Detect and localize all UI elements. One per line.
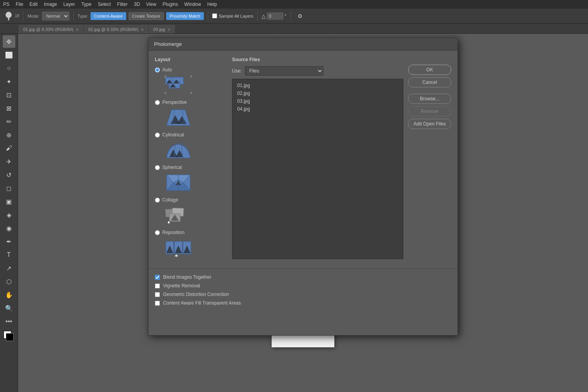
geometric-distortion-label[interactable]: Geometric Distortion Correction [163,292,229,297]
menu-plugins[interactable]: Plugins [163,2,178,7]
mode-select[interactable]: Normal [42,12,69,20]
remove-button[interactable]: Remove [408,106,451,116]
menu-edit[interactable]: Edit [29,2,38,7]
menu-select[interactable]: Select [98,2,111,7]
layout-cylindrical-item: Cylindrical [155,132,227,161]
extra-tools[interactable]: ••• [3,315,15,328]
crop-tool[interactable]: ⊡ [3,89,15,101]
file-item-01[interactable]: 01.jpg [235,82,401,89]
dialog-title: Photomerge [154,41,182,47]
layout-heading: Layout [155,57,227,62]
layout-reposition-label[interactable]: Reposition [162,230,185,235]
blend-images-checkbox[interactable] [155,275,160,280]
layout-collage-label[interactable]: Collage [162,197,178,203]
browse-button[interactable]: Browse... [408,94,451,104]
toolbar-divider-3 [208,11,208,21]
file-item-04[interactable]: 04.jpg [235,105,401,113]
layout-cylindrical-radio[interactable] [155,132,160,138]
history-brush-tool[interactable]: ↺ [3,169,15,181]
layout-spherical-icon [165,173,192,192]
files-list[interactable]: 01.jpg 02.jpg 03.jpg 04.jpg [232,79,403,259]
perspective-tool[interactable]: ⊠ [3,102,15,114]
menu-image[interactable]: Image [44,2,57,7]
layout-spherical-label[interactable]: Spherical [162,165,182,170]
add-open-files-button[interactable]: Add Open Files [408,119,451,129]
text-tool[interactable]: T [3,249,15,261]
layout-cylindrical-icon [165,141,192,160]
tab-02jpg[interactable]: 02.jpg @ 8.33% (RGB/8#) ✕ [84,25,148,33]
brush-tool-icon[interactable] [3,11,14,22]
vignette-removal-label[interactable]: Vignette Removal [163,283,200,289]
menu-ps[interactable]: PS [3,2,9,7]
layout-perspective-radio[interactable] [155,100,160,105]
blend-images-row: Blend Images Together [155,274,451,280]
layout-perspective-label[interactable]: Perspective [162,100,187,105]
use-row: Use: Files Folders [232,66,403,76]
layout-cylindrical-label[interactable]: Cylindrical [162,132,184,138]
tab-03jpg[interactable]: 03.jpg ✕ [149,25,175,33]
layout-reposition-radio[interactable] [155,230,160,235]
pen-tool[interactable]: ✒ [3,235,15,248]
tab-01jpg[interactable]: 01.jpg @ 8.33% (RGB/8#) ✕ [19,25,83,33]
vignette-removal-checkbox[interactable] [155,283,160,289]
zoom-tool[interactable]: 🔍 [3,302,15,314]
source-files-panel: Source Files Use: Files Folders 01.jpg 0… [232,57,403,262]
clone-stamp-tool[interactable]: ✈ [3,155,15,168]
layout-auto-label[interactable]: Auto [162,67,172,73]
menu-3d[interactable]: 3D [134,2,140,7]
cancel-button[interactable]: Cancel [408,77,451,87]
select-rect-tool[interactable]: ⬜ [3,49,15,61]
dialog-body: Layout Auto [149,51,457,269]
layout-spherical-radio[interactable] [155,165,160,170]
heal-tool[interactable]: ⊕ [3,129,15,141]
blur-tool[interactable]: ◈ [3,209,15,221]
move-tool[interactable]: ✥ [3,35,15,48]
content-aware-btn[interactable]: Content-Aware [91,12,126,20]
content-aware-fill-label[interactable]: Content Aware Fill Transparent Areas [163,300,241,306]
eyedropper-tool[interactable]: ✏ [3,115,15,128]
color-swatch[interactable] [3,330,15,343]
eraser-tool[interactable]: ◻ [3,182,15,194]
tabs-bar: 01.jpg @ 8.33% (RGB/8#) ✕ 02.jpg @ 8.33%… [0,24,588,34]
proximity-match-btn[interactable]: Proximity Match [166,12,204,20]
gradient-tool[interactable]: ▣ [3,195,15,208]
lasso-tool[interactable]: ○ [3,62,15,74]
content-aware-fill-checkbox[interactable] [155,301,160,306]
angle-input[interactable] [267,13,283,20]
path-select-tool[interactable]: ↗ [3,262,15,274]
settings-icon[interactable]: ⚙ [295,11,306,22]
file-item-03[interactable]: 03.jpg [235,97,401,105]
menu-filter[interactable]: Filter [117,2,128,7]
hand-tool[interactable]: ✋ [3,289,15,301]
layout-auto-item: Auto [155,67,227,96]
blend-images-label[interactable]: Blend Images Together [163,274,211,280]
menu-view[interactable]: View [146,2,156,7]
dodge-tool[interactable]: ◉ [3,222,15,234]
file-item-02[interactable]: 02.jpg [235,89,401,97]
menu-file[interactable]: File [16,2,23,7]
brush-tool[interactable]: 🖌 [3,142,15,154]
tab-03jpg-close[interactable]: ✕ [167,27,171,32]
shape-tool[interactable]: ⬡ [3,275,15,288]
menu-layer[interactable]: Layer [63,2,75,7]
layout-auto-icon-container [163,74,193,96]
menu-help[interactable]: Help [207,2,217,7]
tab-02jpg-close[interactable]: ✕ [141,27,144,32]
layout-perspective-item: Perspective [155,100,227,128]
layout-collage-radio[interactable] [155,198,160,203]
use-label: Use: [232,68,242,74]
tab-01jpg-close[interactable]: ✕ [76,27,79,32]
layout-auto-radio[interactable] [155,67,160,73]
menu-type[interactable]: Type [81,2,91,7]
layout-collage-item: Collage [155,197,227,226]
sample-all-layers-label[interactable]: Sample All Layers [212,13,253,18]
geometric-distortion-checkbox[interactable] [155,292,160,297]
sample-all-layers-checkbox[interactable] [212,13,217,18]
ok-button[interactable]: OK [408,65,451,75]
menu-window[interactable]: Window [184,2,201,7]
create-texture-btn[interactable]: Create Texture [129,12,164,20]
angle-degree-label: ° [285,13,287,19]
layout-collage-icon [165,206,192,225]
use-select[interactable]: Files Folders [245,66,323,76]
magic-wand-tool[interactable]: ✦ [3,75,15,88]
